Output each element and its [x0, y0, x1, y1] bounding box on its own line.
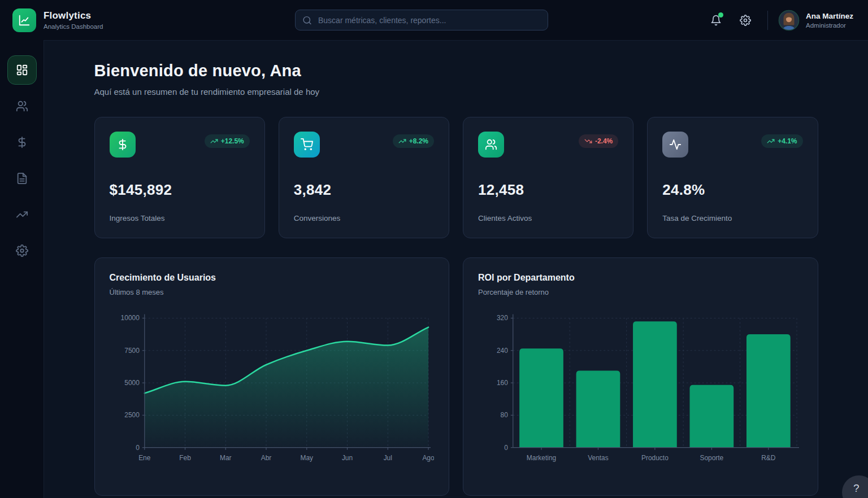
chart-title: ROI por Departamento — [478, 273, 803, 283]
stat-value: $145,892 — [110, 181, 250, 199]
app-logo-chart-icon — [12, 8, 36, 32]
svg-text:Ago: Ago — [422, 454, 434, 462]
chart-title: Crecimiento de Usuarios — [110, 273, 435, 283]
svg-text:Mar: Mar — [220, 454, 232, 462]
user-growth-area-chart: 025005000750010000EneFebMarAbrMayJunJulA… — [110, 311, 434, 478]
app-subtitle: Analytics Dashboard — [44, 23, 103, 30]
trend-value: +4.1% — [778, 137, 797, 145]
app-name: Flowlytics — [44, 10, 103, 21]
stat-cards: +12.5% $145,892 Ingresos Totales +8.2% 3… — [94, 117, 818, 238]
svg-text:Ene: Ene — [138, 454, 151, 462]
stat-value: 12,458 — [478, 181, 618, 199]
stat-card-ingresos: +12.5% $145,892 Ingresos Totales — [94, 117, 265, 238]
svg-text:10000: 10000 — [120, 314, 140, 322]
user-growth-card: Crecimiento de Usuarios Últimos 8 meses … — [94, 257, 450, 496]
page-subtitle: Aquí está un resumen de tu rendimiento e… — [94, 87, 818, 97]
dollar-icon — [110, 132, 136, 158]
users-icon — [478, 132, 504, 158]
activity-icon — [662, 132, 688, 158]
trending-up-icon — [210, 137, 218, 145]
svg-text:R&D: R&D — [761, 454, 776, 462]
svg-text:5000: 5000 — [124, 379, 140, 387]
trending-up-icon — [16, 208, 28, 221]
search-icon — [302, 15, 312, 25]
chart-subtitle: Porcentaje de retorno — [478, 288, 803, 296]
user-menu[interactable]: Ana Martínez Administrador — [778, 10, 853, 31]
search-input[interactable] — [295, 10, 548, 30]
file-text-icon — [16, 172, 28, 185]
avatar — [778, 10, 800, 31]
svg-text:2500: 2500 — [124, 411, 140, 419]
svg-text:Jul: Jul — [383, 454, 392, 462]
stat-card-header: +8.2% — [294, 132, 434, 158]
svg-text:Marketing: Marketing — [527, 454, 556, 462]
svg-text:Abr: Abr — [261, 454, 271, 462]
svg-text:7500: 7500 — [124, 347, 140, 355]
sidebar-item-revenue[interactable] — [7, 128, 37, 157]
sidebar-item-trends[interactable] — [7, 200, 37, 229]
stat-label: Conversiones — [294, 214, 434, 224]
stat-label: Tasa de Crecimiento — [662, 214, 802, 224]
header-divider — [767, 11, 768, 30]
svg-text:0: 0 — [504, 444, 508, 452]
stat-card-conversiones: +8.2% 3,842 Conversiones — [279, 117, 449, 238]
users-icon — [16, 100, 28, 112]
svg-text:May: May — [300, 454, 313, 462]
svg-text:160: 160 — [497, 379, 508, 387]
svg-text:Feb: Feb — [179, 454, 191, 462]
svg-text:320: 320 — [497, 314, 508, 322]
svg-text:240: 240 — [497, 347, 508, 355]
trend-badge: -2.4% — [579, 134, 618, 148]
stat-card-header: +12.5% — [110, 132, 250, 158]
stat-card-header: +4.1% — [662, 132, 802, 158]
brand: Flowlytics Analytics Dashboard — [12, 8, 142, 32]
stat-card-header: -2.4% — [478, 132, 618, 158]
roi-bar-chart: 080160240320MarketingVentasProductoSopor… — [478, 311, 802, 478]
trending-down-icon — [584, 137, 592, 145]
trend-badge: +12.5% — [205, 134, 250, 148]
notifications-button[interactable] — [705, 10, 727, 31]
sidebar-item-dashboard[interactable] — [7, 55, 37, 85]
svg-text:Jun: Jun — [341, 454, 352, 462]
stat-card-crecimiento: +4.1% 24.8% Tasa de Crecimiento — [647, 117, 818, 238]
svg-text:0: 0 — [136, 444, 140, 452]
trend-value: +12.5% — [221, 137, 244, 145]
layout-dashboard-icon — [16, 64, 28, 76]
trend-badge: +4.1% — [761, 134, 802, 148]
user-role: Administrador — [806, 22, 853, 29]
sidebar-item-settings[interactable] — [7, 236, 37, 265]
trending-up-icon — [767, 137, 775, 145]
trend-value: +8.2% — [409, 137, 428, 145]
sidebar — [0, 40, 44, 498]
top-actions: Ana Martínez Administrador — [701, 10, 853, 31]
stat-label: Clientes Activos — [478, 214, 618, 224]
search-area — [142, 10, 701, 30]
cart-icon — [294, 132, 320, 158]
dollar-icon — [16, 136, 28, 148]
sidebar-item-clients[interactable] — [7, 91, 37, 121]
svg-text:Producto: Producto — [641, 454, 669, 462]
notification-dot — [718, 12, 723, 18]
trend-value: -2.4% — [595, 137, 613, 145]
svg-text:Ventas: Ventas — [588, 454, 609, 462]
roi-card: ROI por Departamento Porcentaje de retor… — [463, 257, 818, 496]
stat-value: 3,842 — [294, 181, 434, 199]
svg-text:80: 80 — [501, 411, 509, 419]
main-content: Bienvenido de nuevo, Ana Aquí está un re… — [44, 40, 868, 498]
svg-text:Soporte: Soporte — [700, 454, 723, 462]
gear-icon — [16, 244, 28, 257]
sidebar-item-reports[interactable] — [7, 164, 37, 193]
stat-label: Ingresos Totales — [110, 214, 250, 224]
stat-card-clientes: -2.4% 12,458 Clientes Activos — [463, 117, 633, 238]
chart-subtitle: Últimos 8 meses — [110, 288, 435, 296]
trending-up-icon — [398, 137, 406, 145]
charts-row: Crecimiento de Usuarios Últimos 8 meses … — [94, 257, 818, 496]
help-label: ? — [853, 482, 860, 495]
stat-value: 24.8% — [662, 181, 802, 199]
user-name: Ana Martínez — [806, 12, 853, 20]
page-title: Bienvenido de nuevo, Ana — [94, 62, 818, 80]
top-bar: Flowlytics Analytics Dashboard — [0, 0, 868, 40]
settings-button[interactable] — [735, 10, 756, 31]
trend-badge: +8.2% — [393, 134, 434, 148]
gear-icon — [740, 15, 751, 26]
